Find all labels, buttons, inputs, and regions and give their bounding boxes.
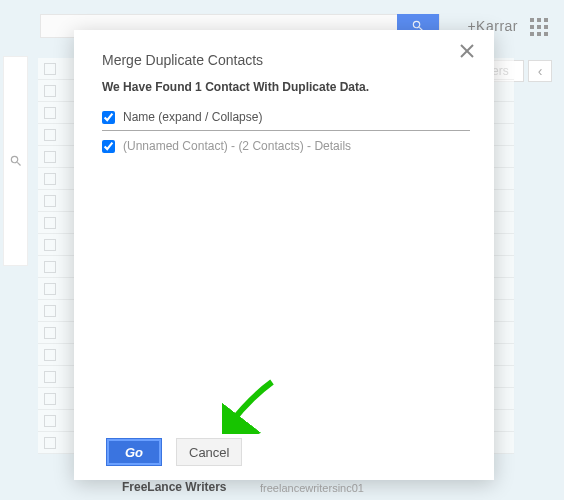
modal-actions: Go Cancel (102, 428, 470, 466)
go-button[interactable]: Go (106, 438, 162, 466)
scrollbar[interactable]: ▲ ▼ (456, 131, 468, 428)
contact-checkbox[interactable] (102, 140, 115, 153)
modal-subtitle: We Have Found 1 Contact With Duplicate D… (102, 80, 470, 94)
left-rail (3, 56, 28, 266)
search-icon (9, 154, 23, 168)
close-button[interactable] (460, 44, 478, 62)
header-label: Name (expand / Collapse) (123, 110, 262, 124)
bg-contact-name: FreeLance Writers (122, 480, 227, 494)
cancel-button[interactable]: Cancel (176, 438, 242, 466)
modal-title: Merge Duplicate Contacts (102, 52, 470, 68)
merge-duplicates-modal: Merge Duplicate Contacts We Have Found 1… (74, 30, 494, 480)
close-icon (460, 44, 474, 58)
contacts-scroll-region: (Unnamed Contact) - (2 Contacts) - Detai… (102, 131, 470, 428)
bg-contact-email: freelancewritersinc01 (260, 482, 364, 494)
scroll-up-icon[interactable]: ▲ (456, 131, 468, 145)
header-row: Name (expand / Collapse) (102, 104, 470, 131)
duplicate-contact-row[interactable]: (Unnamed Contact) - (2 Contacts) - Detai… (102, 131, 456, 161)
apps-grid-icon (530, 18, 548, 36)
scroll-down-icon[interactable]: ▼ (456, 414, 468, 428)
select-all-checkbox[interactable] (102, 111, 115, 124)
contact-row-label: (Unnamed Contact) - (2 Contacts) - Detai… (123, 139, 351, 153)
chevron-left-icon: ‹ (528, 60, 552, 82)
